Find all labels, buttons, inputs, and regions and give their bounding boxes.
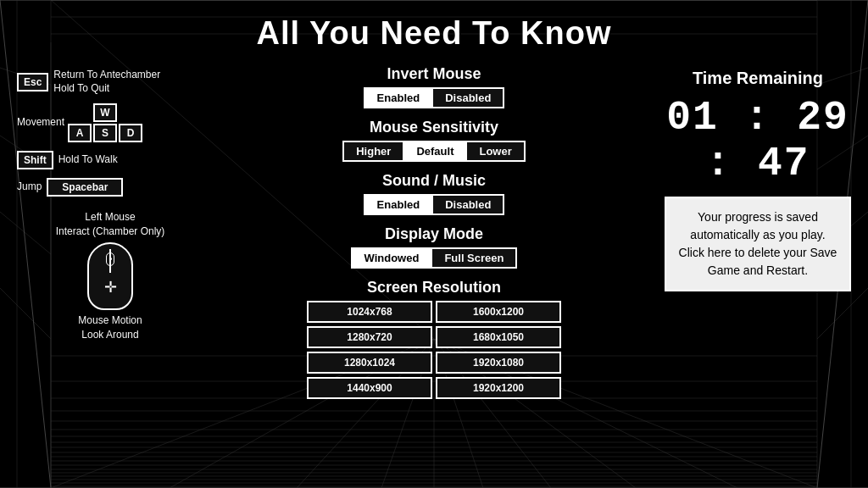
main-content: All You Need To Know Esc Return To Antec…	[0, 0, 868, 488]
esc-control: Esc Return To AntechamberHold To Quit	[17, 69, 203, 95]
movement-asd: A S D	[68, 124, 142, 142]
invert-mouse-enabled[interactable]: Enabled	[364, 87, 432, 108]
mouse-sensitivity-options: Higher Default Lower	[342, 141, 526, 162]
sound-disabled[interactable]: Disabled	[431, 194, 504, 215]
shift-control: Shift Hold To Walk	[17, 151, 203, 169]
display-mode-options: Windowed Full Screen	[351, 247, 518, 269]
sound-music-label: Sound / Music	[382, 172, 486, 190]
sound-music-section: Sound / Music Enabled Disabled	[220, 172, 648, 215]
mouse-move-arrows: ✛	[104, 278, 117, 297]
res-1680x1050[interactable]: 1680x1050	[436, 326, 561, 348]
mouse-scroll	[106, 252, 114, 266]
sensitivity-lower[interactable]: Lower	[465, 141, 525, 162]
display-mode-section: Display Mode Windowed Full Screen	[220, 225, 648, 269]
scroll-dot	[109, 258, 112, 260]
page-title: All You Need To Know	[257, 15, 612, 52]
movement-label: Movement	[17, 116, 64, 130]
spacebar-key: Spacebar	[47, 178, 123, 197]
res-1440x900[interactable]: 1440x900	[307, 377, 432, 399]
res-1920x1080[interactable]: 1920x1080	[436, 352, 561, 374]
mouse-section: Left MouseInteract (Chamber Only) ✛ Mous…	[17, 210, 203, 341]
invert-mouse-disabled[interactable]: Disabled	[431, 87, 504, 108]
sound-enabled[interactable]: Enabled	[364, 194, 432, 215]
mouse-sensitivity-section: Mouse Sensitivity Higher Default Lower	[220, 119, 648, 162]
screen-resolution-section: Screen Resolution 1024x768 1600x1200 128…	[220, 279, 648, 399]
key-s: S	[93, 124, 117, 142]
display-windowed[interactable]: Windowed	[351, 247, 431, 269]
res-1280x720[interactable]: 1280x720	[307, 326, 432, 348]
jump-label: Jump	[17, 180, 42, 194]
esc-description: Return To AntechamberHold To Quit	[53, 69, 160, 95]
mouse-sensitivity-label: Mouse Sensitivity	[370, 119, 498, 136]
key-w: W	[93, 103, 117, 122]
movement-row: Movement W A S D	[17, 103, 142, 142]
mouse-icon: ✛	[87, 242, 133, 310]
movement-keys: W A S D	[68, 103, 142, 142]
display-fullscreen[interactable]: Full Screen	[431, 247, 517, 269]
screen-resolution-label: Screen Resolution	[367, 279, 501, 297]
movement-control: Movement W A S D	[17, 103, 203, 142]
timer-display: 01 : 29 : 47	[665, 95, 851, 186]
invert-mouse-label: Invert Mouse	[387, 65, 481, 83]
save-notice-button[interactable]: Your progress is saved automatically as …	[665, 197, 851, 291]
mouse-title: Left MouseInteract (Chamber Only)	[56, 210, 165, 239]
res-1600x1200[interactable]: 1600x1200	[436, 301, 561, 323]
sensitivity-higher[interactable]: Higher	[342, 141, 403, 162]
shift-key: Shift	[17, 151, 53, 169]
settings-column: Invert Mouse Enabled Disabled Mouse Sens…	[203, 65, 665, 480]
res-1024x768[interactable]: 1024x768	[307, 301, 432, 323]
resolution-grid: 1024x768 1600x1200 1280x720 1680x1050 12…	[307, 301, 561, 399]
esc-key: Esc	[17, 73, 48, 92]
key-d: D	[119, 124, 142, 142]
display-mode-label: Display Mode	[385, 225, 483, 243]
key-a: A	[68, 124, 92, 142]
shift-description: Hold To Walk	[58, 153, 118, 167]
res-1920x1200[interactable]: 1920x1200	[436, 377, 561, 399]
jump-control: Jump Spacebar	[17, 178, 203, 197]
invert-mouse-options: Enabled Disabled	[364, 87, 505, 108]
mouse-motion-label: Mouse MotionLook Around	[78, 313, 142, 342]
controls-column: Esc Return To AntechamberHold To Quit Mo…	[17, 65, 203, 480]
res-1280x1024[interactable]: 1280x1024	[307, 352, 432, 374]
invert-mouse-section: Invert Mouse Enabled Disabled	[220, 65, 648, 108]
main-row: Esc Return To AntechamberHold To Quit Mo…	[17, 65, 851, 480]
sound-music-options: Enabled Disabled	[364, 194, 505, 215]
time-remaining-label: Time Remaining	[693, 69, 823, 88]
sensitivity-default[interactable]: Default	[403, 141, 465, 162]
timer-column: Time Remaining 01 : 29 : 47 Your progres…	[665, 65, 851, 480]
